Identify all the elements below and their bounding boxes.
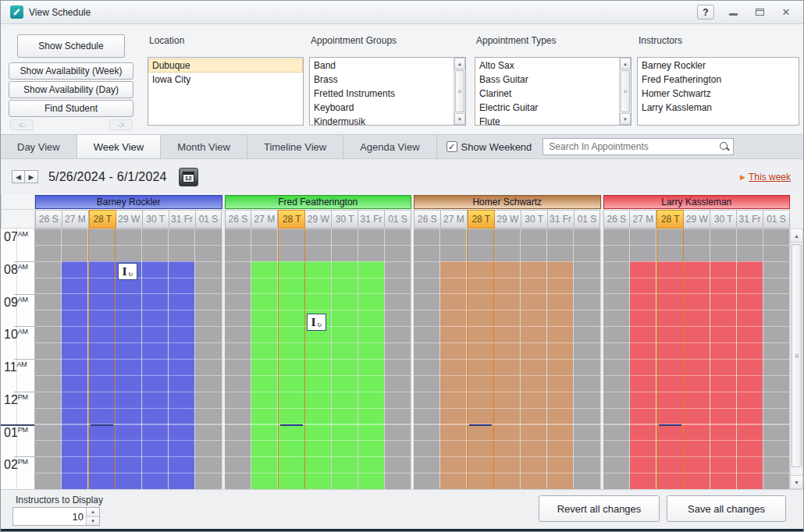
this-week-control[interactable]: ▶ This week — [740, 172, 795, 183]
list-item[interactable]: Clarinet — [475, 87, 619, 101]
day-column-31-Fr[interactable] — [169, 229, 195, 489]
day-header-cell[interactable]: 27 M — [441, 210, 468, 229]
appointment-search[interactable] — [543, 138, 734, 155]
appointment-groups-scrollbar[interactable]: ▲ ≡ ▼ — [454, 58, 465, 125]
day-column-01-S[interactable] — [574, 229, 600, 489]
availability-block-larry-kassleman[interactable] — [710, 261, 736, 489]
list-item[interactable]: Electric Guitar — [475, 101, 619, 115]
scroll-up-icon[interactable]: ▲ — [454, 58, 465, 69]
availability-block-homer-schwartz[interactable] — [494, 261, 520, 489]
day-column-27-M[interactable] — [62, 229, 88, 489]
tab-week-view[interactable]: Week View — [77, 135, 162, 158]
list-item[interactable]: Bass Guitar — [475, 73, 619, 87]
day-header-cell[interactable]: 01 S — [575, 210, 601, 229]
day-column-31-Fr[interactable] — [358, 229, 385, 489]
instructors-to-display-value[interactable]: 10 — [13, 508, 86, 525]
day-header-cell[interactable]: 01 S — [385, 210, 411, 229]
list-item[interactable]: Alto Sax — [475, 59, 619, 73]
day-column-27-M[interactable] — [251, 229, 278, 489]
scroll-thumb[interactable]: ≡ — [455, 70, 464, 112]
availability-block-fred-featherington[interactable] — [358, 261, 384, 489]
availability-block-barney-rockler[interactable] — [169, 261, 194, 489]
stepper-down-icon[interactable]: ▼ — [87, 517, 99, 526]
day-header-cell[interactable]: 26 S — [225, 210, 252, 229]
show-availability-day-button[interactable]: Show Availability (Day) — [9, 81, 133, 98]
availability-block-larry-kassleman[interactable] — [737, 261, 763, 489]
tab-month-view[interactable]: Month View — [161, 135, 247, 158]
day-header-cell[interactable]: 27 M — [251, 210, 278, 229]
day-header-cell[interactable]: 01 S — [196, 210, 222, 229]
instructor-header-barney-rockler[interactable]: Barney Rockler — [35, 195, 222, 209]
day-column-28-T[interactable] — [278, 229, 305, 489]
availability-block-homer-schwartz[interactable] — [521, 261, 546, 489]
show-weekend-control[interactable]: ✓ Show Weekend — [446, 135, 532, 158]
scroll-up-icon[interactable]: ▲ — [620, 58, 631, 69]
day-column-30-T[interactable] — [142, 229, 169, 489]
availability-block-homer-schwartz[interactable] — [440, 261, 466, 489]
day-header-cell[interactable]: 31 Fr — [358, 210, 385, 229]
day-header-today[interactable]: 28 T — [278, 210, 305, 229]
scroll-thumb[interactable]: ≡ — [792, 244, 802, 467]
day-header-today[interactable]: 28 T — [468, 210, 495, 229]
day-header-cell[interactable]: 30 T — [710, 210, 737, 229]
list-item[interactable]: Fretted Instruments — [310, 87, 454, 101]
day-header-cell[interactable]: 26 S — [414, 210, 441, 229]
history-back-button[interactable]: <- — [10, 119, 34, 130]
day-header-cell[interactable]: 27 M — [62, 210, 89, 229]
minimize-button[interactable] — [725, 5, 741, 20]
instructor-header-fred-featherington[interactable]: Fred Featherington — [225, 195, 412, 209]
day-column-28-T[interactable] — [656, 229, 684, 489]
day-header-cell[interactable]: 29 W — [684, 210, 710, 229]
availability-block-fred-featherington[interactable] — [332, 261, 358, 489]
day-header-cell[interactable]: 27 M — [630, 210, 656, 229]
schedule-grid[interactable] — [35, 229, 790, 489]
day-column-26-S[interactable] — [35, 229, 62, 489]
show-schedule-button[interactable]: Show Schedule — [17, 34, 125, 58]
list-item[interactable]: Iowa City — [148, 73, 303, 87]
tab-timeline-view[interactable]: Timeline View — [247, 135, 343, 158]
save-all-changes-button[interactable]: Save all changes — [667, 495, 786, 522]
day-header-cell[interactable]: 29 W — [116, 210, 143, 229]
instructor-header-larry-kassleman[interactable]: Larry Kassleman — [603, 195, 791, 209]
search-input[interactable] — [549, 141, 719, 152]
history-forward-button[interactable]: -> — [109, 119, 133, 130]
list-item[interactable]: Keyboard — [310, 101, 454, 115]
list-item[interactable]: Barney Rockler — [638, 59, 799, 73]
availability-block-homer-schwartz[interactable] — [547, 261, 573, 489]
day-column-30-T[interactable] — [521, 229, 547, 489]
availability-block-larry-kassleman[interactable] — [657, 261, 683, 489]
day-header-cell[interactable]: 26 S — [35, 210, 62, 229]
list-item[interactable]: Larry Kassleman — [638, 101, 799, 115]
scroll-thumb[interactable]: ≡ — [621, 70, 630, 112]
list-item[interactable]: Flute — [475, 115, 619, 125]
calendar-picker-button[interactable]: 12 — [179, 168, 198, 186]
day-header-cell[interactable]: 30 T — [521, 210, 548, 229]
availability-block-larry-kassleman[interactable] — [684, 261, 710, 489]
day-header-cell[interactable]: 30 T — [143, 210, 169, 229]
availability-block-barney-rockler[interactable] — [89, 261, 115, 489]
day-column-28-T[interactable] — [88, 229, 116, 489]
scroll-up-icon[interactable]: ▲ — [791, 229, 802, 243]
show-weekend-checkbox[interactable]: ✓ — [446, 141, 457, 152]
availability-block-fred-featherington[interactable] — [279, 261, 304, 489]
availability-block-barney-rockler[interactable] — [62, 261, 87, 489]
availability-block-barney-rockler[interactable] — [142, 261, 168, 489]
availability-block-homer-schwartz[interactable] — [468, 261, 493, 489]
day-column-29-W[interactable] — [494, 229, 521, 489]
scroll-down-icon[interactable]: ▼ — [454, 113, 465, 125]
day-column-01-S[interactable] — [763, 229, 790, 489]
day-column-28-T[interactable] — [467, 229, 494, 489]
next-week-button[interactable]: ▶ — [25, 170, 38, 183]
list-item[interactable]: Homer Schwartz — [638, 87, 799, 101]
schedule-section-fred-featherington[interactable] — [225, 229, 412, 489]
instructors-to-display-stepper[interactable]: 10 ▲ ▼ — [12, 507, 100, 526]
schedule-section-larry-kassleman[interactable] — [603, 229, 791, 489]
availability-block-larry-kassleman[interactable] — [630, 261, 656, 489]
day-column-30-T[interactable] — [332, 229, 358, 489]
scroll-down-icon[interactable]: ▼ — [791, 475, 802, 488]
day-column-26-S[interactable] — [414, 229, 440, 489]
day-column-31-Fr[interactable] — [737, 229, 763, 489]
this-week-link[interactable]: This week — [749, 172, 791, 183]
day-column-27-M[interactable] — [440, 229, 467, 489]
day-column-30-T[interactable] — [710, 229, 737, 489]
